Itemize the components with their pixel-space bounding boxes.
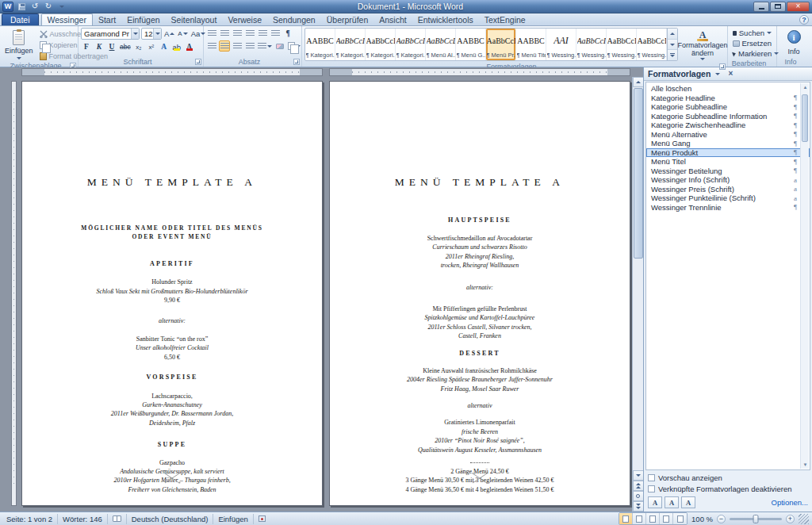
horizontal-ruler[interactable] bbox=[329, 68, 630, 76]
justify-button[interactable] bbox=[244, 40, 255, 52]
draft-view-button[interactable] bbox=[673, 513, 687, 524]
zoom-slider[interactable] bbox=[730, 518, 782, 520]
qat-customize-dropdown[interactable] bbox=[56, 2, 67, 12]
previous-page-button[interactable] bbox=[633, 481, 644, 491]
document-scrollbar[interactable] bbox=[632, 77, 643, 512]
style-item[interactable]: Wessinger Info (Schrift)a bbox=[646, 175, 810, 185]
close-button[interactable]: × bbox=[787, 2, 810, 12]
web-layout-view-button[interactable] bbox=[646, 513, 660, 524]
tab-ueberpruefen[interactable]: Überprüfen bbox=[321, 13, 374, 25]
style-gallery-item[interactable]: AaBbCcD¶ Kategori... bbox=[366, 29, 396, 60]
change-styles-button[interactable]: A Formatvorlagen ändern bbox=[680, 28, 725, 62]
zoom-slider-thumb[interactable] bbox=[753, 515, 759, 523]
style-inspector-button[interactable]: A bbox=[665, 496, 679, 508]
tab-ansicht[interactable]: Ansicht bbox=[373, 13, 412, 25]
select-browse-object-button[interactable] bbox=[633, 491, 644, 501]
borders-button[interactable] bbox=[287, 40, 301, 52]
style-item[interactable]: Wessinger Punkteilinie (Schrift)a bbox=[646, 194, 810, 203]
outline-view-button[interactable] bbox=[660, 513, 673, 524]
bullets-button[interactable] bbox=[206, 28, 217, 39]
font-size-combo[interactable]: 12 bbox=[141, 28, 162, 40]
document-page-1[interactable]: MENÜ TEMPLATE A MÖGLICHER NAME ODER TITE… bbox=[21, 81, 323, 506]
style-gallery-item[interactable]: AaBbCcI¶ Kategori... bbox=[396, 29, 426, 60]
info-button[interactable]: i Info bbox=[785, 28, 803, 57]
word-count[interactable]: Wörter: 146 bbox=[58, 514, 108, 524]
show-paragraph-marks-button[interactable]: ¶ bbox=[282, 28, 293, 39]
scroll-down-button[interactable] bbox=[633, 470, 644, 481]
style-item[interactable]: Wessinger Preis (Schrift)a bbox=[646, 185, 810, 194]
style-item[interactable]: Kategorie Zwischenheadline¶ bbox=[646, 121, 810, 130]
highlight-button[interactable]: ab bbox=[171, 41, 182, 52]
proofing-status[interactable] bbox=[108, 514, 127, 524]
show-preview-checkbox[interactable]: Vorschau anzeigen bbox=[648, 473, 808, 482]
style-gallery-item[interactable]: AaBbCcD¶ Wessing... bbox=[607, 29, 637, 60]
italic-button[interactable]: K bbox=[94, 41, 105, 52]
strikethrough-button[interactable]: abc bbox=[119, 41, 132, 52]
decrease-indent-button[interactable] bbox=[244, 28, 255, 39]
resize-grip[interactable] bbox=[799, 514, 809, 524]
help-icon[interactable]: ? bbox=[799, 15, 809, 25]
disable-linked-styles-checkbox[interactable]: Verknüpfte Formatvorlagen deaktivieren bbox=[648, 485, 808, 493]
style-gallery-item[interactable]: AaBbCcI¶ Kategori... bbox=[335, 29, 366, 60]
page-indicator[interactable]: Seite: 1 von 2 bbox=[2, 514, 58, 524]
options-link[interactable]: Optionen... bbox=[772, 498, 808, 507]
style-gallery-item-selected[interactable]: AaBbCcD¶ Menü Pr... bbox=[486, 29, 516, 60]
vertical-ruler[interactable] bbox=[11, 81, 17, 506]
insert-mode-indicator[interactable]: Einfügen bbox=[213, 514, 254, 524]
dialog-launcher-icon[interactable] bbox=[195, 59, 201, 65]
zoom-level[interactable]: 100 % bbox=[691, 515, 713, 523]
align-center-button[interactable] bbox=[219, 40, 230, 52]
gallery-scroll-down-button[interactable] bbox=[668, 40, 677, 51]
multilevel-list-button[interactable] bbox=[232, 28, 243, 39]
next-page-button[interactable] bbox=[633, 501, 644, 512]
chevron-down-icon[interactable] bbox=[131, 29, 139, 39]
print-layout-view-button[interactable] bbox=[619, 513, 633, 524]
style-item[interactable]: Wessinger Trennlinie¶ bbox=[646, 203, 810, 213]
tab-file[interactable]: Datei bbox=[2, 13, 39, 25]
tab-seitenlayout[interactable]: Seitenlayout bbox=[166, 13, 223, 25]
macro-record-button[interactable] bbox=[254, 514, 270, 524]
language-indicator[interactable]: Deutsch (Deutschland) bbox=[127, 514, 214, 524]
tab-verweise[interactable]: Verweise bbox=[222, 13, 267, 25]
replace-button[interactable]: Ersetzen bbox=[730, 38, 774, 48]
tab-wessinger[interactable]: Wessinger bbox=[41, 13, 93, 25]
grow-font-button[interactable]: A bbox=[163, 29, 175, 40]
shrink-font-button[interactable]: A bbox=[177, 29, 188, 40]
tab-entwicklertools[interactable]: Entwicklertools bbox=[412, 13, 479, 25]
style-item[interactable]: Kategorie Subheadline¶ bbox=[646, 102, 810, 112]
dialog-launcher-icon[interactable] bbox=[293, 59, 300, 65]
gallery-scroll-up-button[interactable] bbox=[668, 29, 677, 40]
new-style-button[interactable]: A bbox=[648, 496, 662, 508]
zoom-in-button[interactable]: + bbox=[786, 515, 795, 523]
horizontal-ruler[interactable] bbox=[21, 68, 323, 76]
scroll-up-button[interactable] bbox=[633, 77, 644, 87]
document-page-2[interactable]: MENÜ TEMPLATE A HAUPTSPEISE Schwertfisch… bbox=[329, 81, 630, 506]
align-right-button[interactable] bbox=[232, 40, 243, 52]
style-item[interactable]: Menü Gang¶ bbox=[646, 139, 810, 148]
style-gallery-item[interactable]: AaBbCcD¶ Menü Al... bbox=[426, 29, 456, 60]
style-item[interactable]: Kategorie Subheadline Information¶ bbox=[646, 112, 810, 121]
manage-styles-button[interactable]: A bbox=[681, 496, 695, 508]
fullscreen-view-button[interactable] bbox=[633, 513, 646, 524]
style-gallery-item[interactable]: AABBC¶ Menü G... bbox=[456, 29, 486, 60]
scrollbar-thumb[interactable] bbox=[802, 94, 808, 142]
underline-button[interactable]: U bbox=[106, 41, 117, 52]
style-item[interactable]: Wessinger Betitelung¶ bbox=[646, 167, 810, 176]
redo-button[interactable]: ↻ bbox=[43, 2, 54, 12]
undo-button[interactable]: ↺ bbox=[29, 2, 40, 12]
clear-all-styles-item[interactable]: Alle löschen bbox=[646, 84, 810, 94]
dialog-launcher-icon[interactable] bbox=[719, 63, 726, 70]
align-left-button[interactable] bbox=[206, 40, 217, 52]
tab-textengine[interactable]: TextEngine bbox=[479, 13, 531, 25]
style-item[interactable]: Menü Titel¶ bbox=[646, 157, 810, 167]
gallery-more-button[interactable] bbox=[668, 50, 677, 60]
bold-button[interactable]: F bbox=[81, 41, 92, 52]
line-spacing-button[interactable] bbox=[257, 40, 273, 52]
minimize-button[interactable] bbox=[753, 2, 769, 12]
increase-indent-button[interactable] bbox=[257, 28, 268, 39]
chevron-down-icon[interactable] bbox=[153, 29, 161, 39]
tab-sendungen[interactable]: Sendungen bbox=[267, 13, 321, 25]
style-gallery-item[interactable]: AaBbCcI¶ Wessing... bbox=[576, 29, 607, 60]
find-button[interactable]: Suchen bbox=[730, 28, 774, 38]
numbering-button[interactable] bbox=[219, 28, 230, 39]
